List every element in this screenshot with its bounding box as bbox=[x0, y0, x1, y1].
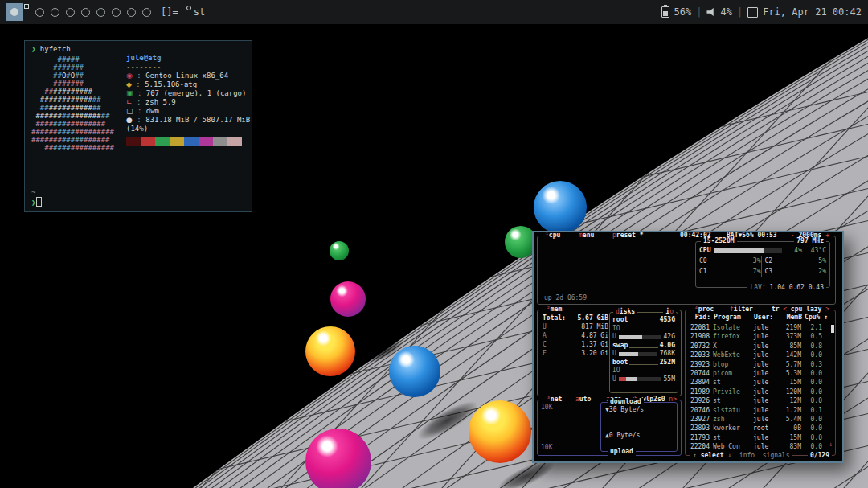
btop-window[interactable]: ¹cpu menu preset * 00:42:02 BAT▼56% 00:5… bbox=[532, 231, 844, 463]
bar-separator: | bbox=[737, 6, 743, 18]
gentoo-ascii-art: ##### ####### ##O#O## ####### ##########… bbox=[31, 55, 114, 152]
gentoo-logo-icon: ◉ bbox=[126, 72, 133, 80]
kernel-icon: ◆ bbox=[126, 80, 132, 88]
memory-icon: ● bbox=[126, 116, 133, 124]
tag-active[interactable] bbox=[6, 3, 23, 21]
net-box-title: ³net bbox=[544, 396, 564, 404]
fetch-info-line: ∟ : zsh 5.9 bbox=[126, 98, 252, 107]
proc-row[interactable]: 23927zshjule5.4M0.0 bbox=[688, 416, 831, 424]
mem-box-title: ²mem bbox=[544, 306, 564, 314]
proc-row[interactable]: 23893kworkerroot0B0.0 bbox=[688, 424, 831, 433]
menu-button[interactable]: menu bbox=[576, 232, 596, 240]
proc-row[interactable]: 22033WebExtejule142M0.0 bbox=[688, 351, 831, 360]
proc-header-cell: User: bbox=[754, 314, 778, 322]
preset-button[interactable]: preset * bbox=[610, 232, 646, 240]
bar-separator: | bbox=[696, 6, 702, 18]
palette-swatch bbox=[213, 137, 227, 146]
proc-row[interactable]: 20732Xjule85M0.8 bbox=[688, 342, 831, 351]
proc-row[interactable]: 22204Web Conjule83M0.0 bbox=[688, 443, 831, 449]
floating-indicator-icon bbox=[186, 6, 191, 10]
proc-header-cell: Program bbox=[714, 314, 754, 322]
fetch-info-line: ◆ : 5.15.106-atg bbox=[126, 80, 252, 89]
packages-icon: ▣ bbox=[126, 89, 133, 97]
proc-row[interactable]: 21989Privilejule120M0.0 bbox=[688, 388, 831, 397]
ascii-row: ##### bbox=[31, 55, 114, 64]
battery-icon bbox=[661, 6, 669, 18]
cpu-usage-pct: 4% bbox=[786, 247, 802, 255]
mem-total-row: Total:5.67 GiB bbox=[542, 314, 608, 323]
ascii-row: ################## bbox=[31, 136, 114, 144]
disk-name-row: root453G bbox=[612, 316, 675, 325]
fetch-underline: -------- bbox=[126, 63, 252, 72]
tag-circle[interactable] bbox=[142, 8, 151, 17]
proc-row[interactable]: 20746slstatujule1.2M0.1 bbox=[688, 407, 831, 416]
proc-header-cell: Pid: bbox=[689, 314, 710, 322]
terminal-cursor bbox=[36, 197, 42, 207]
tag-circle[interactable] bbox=[112, 8, 121, 17]
ascii-row: ############## bbox=[31, 104, 114, 112]
ascii-row: ################# bbox=[31, 112, 114, 120]
tag-circle[interactable] bbox=[81, 8, 90, 17]
desktop: ¹cpu menu preset * 00:42:02 BAT▼56% 00:5… bbox=[0, 0, 868, 488]
disk-io-row: IO bbox=[612, 367, 675, 375]
cpu-detail-box: 15-2520M 797 MHz CPU 4% 43°C C03%C25%C17… bbox=[695, 241, 830, 288]
proc-box-title: ⁴proc bbox=[692, 306, 716, 314]
green-sphere bbox=[330, 241, 349, 260]
proc-filter-button[interactable]: filter bbox=[727, 306, 755, 314]
ascii-row: ################ bbox=[31, 120, 114, 128]
volume-percent: 4% bbox=[720, 6, 731, 18]
net-auto-toggle[interactable]: auto bbox=[573, 396, 593, 404]
ascii-row: ############## bbox=[31, 96, 114, 104]
proc-row[interactable]: 23926stjule12M0.0 bbox=[688, 397, 831, 406]
fetch-info-value: Gentoo Linux x86_64 bbox=[145, 72, 228, 80]
disks-box: disks io root453GIOU42Gswap4.0GU768Kboot… bbox=[609, 312, 678, 393]
cpu-usage-meter bbox=[714, 248, 782, 253]
cpu-box: ¹cpu menu preset * 00:42:02 BAT▼56% 00:5… bbox=[537, 236, 836, 305]
terminal-window[interactable]: ❯ hyfetch ##### ####### ##O#O## ####### … bbox=[24, 40, 252, 212]
load-average: LAV: 1.04 0.62 0.43 bbox=[747, 284, 826, 292]
blue-sphere bbox=[389, 346, 440, 397]
proc-row[interactable]: 20744picomjule5.3M0.0 bbox=[688, 370, 831, 379]
layout-symbol[interactable]: []= bbox=[161, 6, 178, 18]
disk-list: root453GIOU42Gswap4.0GU768Kboot252MIOU55… bbox=[610, 313, 678, 383]
proc-sort-control[interactable]: < cpu lazy > bbox=[780, 306, 832, 314]
tag-circle[interactable] bbox=[66, 8, 75, 17]
proc-row[interactable]: 21793stjule15M0.0 bbox=[688, 434, 831, 443]
cpu-freq: 797 MHz bbox=[794, 237, 826, 245]
proc-row[interactable]: 21908firefoxjule373M0.5 bbox=[688, 333, 831, 342]
proc-scrollbar[interactable] bbox=[831, 325, 834, 333]
fetch-info-line: ◉ : Gentoo Linux x86_64 bbox=[126, 72, 252, 80]
status-bar: []= st 56% | 4% | Fri, Apr 21 00:42 bbox=[0, 0, 868, 24]
proc-table: 22081Isolatejule219M2.121908firefoxjule3… bbox=[688, 324, 831, 449]
tag-circle[interactable] bbox=[51, 8, 59, 17]
cpu-model: 15-2520M bbox=[701, 237, 737, 245]
battery-percent: 56% bbox=[674, 6, 692, 18]
disks-io-toggle[interactable]: io bbox=[663, 308, 676, 316]
shell-prompt-line[interactable]: ❯ bbox=[31, 197, 42, 207]
proc-footer[interactable]: ↑ select ↓ info signals bbox=[690, 452, 792, 460]
palette-swatch bbox=[170, 137, 184, 146]
disk-io-row: IO bbox=[612, 325, 675, 334]
proc-row[interactable]: 22081Isolatejule219M2.1 bbox=[688, 324, 831, 333]
magenta-sphere bbox=[305, 429, 371, 488]
palette-swatch bbox=[199, 137, 213, 146]
fetch-user-host: jule@atg bbox=[126, 54, 252, 63]
proc-scroll-down-icon[interactable]: ↓ bbox=[829, 441, 833, 449]
client-indicator-icon bbox=[24, 4, 29, 9]
mem-box: ²mem Total:5.67 GiB U817 MiBA4.87 GiC1.3… bbox=[537, 310, 682, 396]
ascii-row: ####### bbox=[31, 80, 114, 88]
tag-circle[interactable] bbox=[96, 8, 105, 17]
proc-count: 0/129 bbox=[808, 452, 832, 460]
proc-row[interactable]: 23894stjule15M0.0 bbox=[688, 379, 831, 388]
mem-divider bbox=[541, 367, 610, 367]
cpu-core-list: C03%C25%C17%C32% bbox=[699, 256, 826, 277]
ascii-row: ################ bbox=[31, 144, 114, 152]
tag-circle[interactable] bbox=[35, 8, 44, 17]
proc-row[interactable]: 23923btopjule5.7M0.3 bbox=[688, 361, 831, 370]
tag-circle[interactable] bbox=[127, 8, 136, 17]
download-rate: ▼30 Byte/s bbox=[605, 406, 673, 414]
palette-swatch bbox=[141, 137, 155, 146]
disks-box-title: disks bbox=[613, 308, 637, 316]
cpu-core-row: C03%C25% bbox=[699, 256, 826, 266]
blue-sphere bbox=[534, 181, 587, 234]
